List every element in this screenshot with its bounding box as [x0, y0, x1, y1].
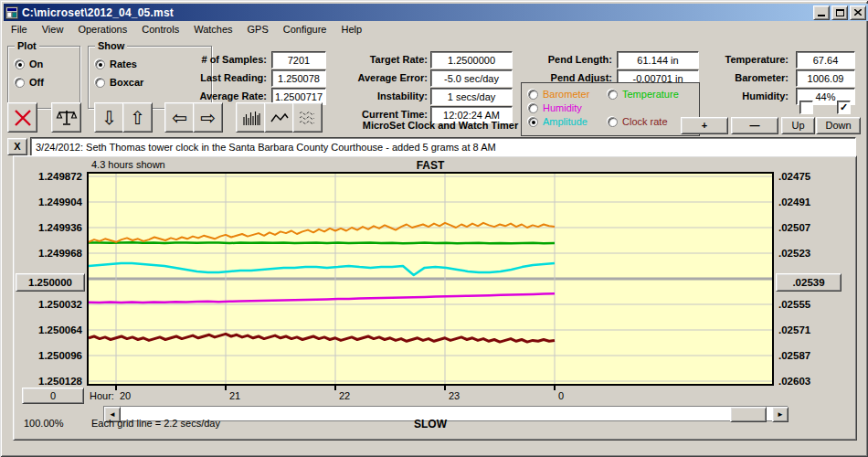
left-axis-label: 1.250096	[5, 349, 82, 362]
right-axis-label: .02523	[778, 247, 852, 260]
series-radio-amplitude[interactable]: Amplitude	[528, 116, 587, 127]
radio-dot[interactable]	[528, 117, 538, 127]
app-title: MicroSet Clock and Watch Timer	[340, 120, 541, 131]
menu-item-view[interactable]: View	[35, 22, 71, 37]
samples-label: # of Samples:	[171, 54, 267, 65]
line-plot-icon	[270, 109, 290, 127]
menu-item-controls[interactable]: Controls	[134, 22, 186, 37]
close-icon[interactable]	[850, 5, 866, 20]
radio-label: Clock rate	[622, 116, 668, 127]
series-radio-temperature[interactable]: Temperature	[608, 89, 679, 100]
minimize-icon[interactable]	[813, 5, 830, 20]
multiline-view-button[interactable]	[292, 102, 323, 133]
note-close-button[interactable]: X	[7, 138, 27, 155]
app-window: C:\microset\2012_04_05.mst FileViewOpera…	[0, 0, 868, 457]
plot-group-legend: Plot	[15, 40, 39, 51]
left-axis-label: 1.249872	[5, 170, 82, 183]
radio-dot[interactable]	[608, 117, 618, 127]
radio-dot[interactable]	[95, 59, 105, 69]
menu-item-file[interactable]: File	[4, 22, 35, 37]
hour-label: 21	[229, 390, 266, 401]
right-axis-label: .02571	[778, 324, 852, 336]
radio-dot[interactable]	[15, 78, 25, 88]
checkbox-2[interactable]: ✓	[837, 101, 851, 114]
menu-item-gps[interactable]: GPS	[240, 22, 276, 37]
hour-tick	[115, 386, 117, 390]
scrollbar-right-arrow-icon[interactable]: ►	[772, 407, 789, 422]
radio-dot[interactable]	[95, 78, 105, 88]
menu-item-help[interactable]: Help	[334, 22, 370, 37]
last-reading-label: Last Reading:	[171, 72, 267, 83]
note-field[interactable]: 3/24/2012: Seth Thomas tower clock in th…	[30, 137, 856, 156]
fast-label: FAST	[87, 159, 774, 172]
samples-field[interactable]: 7201	[271, 51, 326, 69]
title-bar[interactable]: C:\microset\2012_04_05.mst	[4, 4, 868, 21]
radio-label: On	[29, 58, 43, 69]
right-axis-label: .02603	[778, 375, 852, 388]
arrow-right-icon: ⇨	[200, 109, 216, 127]
hour-label: 22	[339, 390, 376, 401]
hour-label: 20	[120, 390, 156, 401]
histogram-view-button[interactable]	[236, 102, 266, 133]
balance-scale-icon	[56, 108, 78, 128]
radio-dot[interactable]	[15, 59, 25, 69]
plus-button[interactable]: +	[681, 117, 728, 134]
radio-show-rates[interactable]: Rates	[95, 58, 137, 69]
show-group-legend: Show	[95, 40, 127, 51]
hour-tick	[444, 386, 446, 390]
shift-up-button[interactable]: ⇧	[122, 102, 153, 133]
series-radio-barometer[interactable]: Barometer	[528, 89, 589, 100]
last-reading-field[interactable]: 1.250078	[271, 69, 326, 87]
series-radio-humidity[interactable]: Humidity	[528, 102, 582, 113]
radio-label: Boxcar	[110, 77, 143, 88]
average-error-label: Average Error:	[329, 72, 428, 83]
origin-button[interactable]: 0	[22, 388, 84, 404]
minus-button[interactable]: —	[731, 117, 778, 134]
temperature-label: Temperature:	[687, 54, 789, 65]
left-axis-label: 1.250032	[5, 298, 82, 311]
down-button[interactable]: Down	[816, 117, 861, 134]
radio-dot[interactable]	[528, 90, 538, 100]
barometer-field[interactable]: 1006.09	[796, 69, 855, 87]
arrow-up-icon: ⇧	[130, 109, 145, 127]
right-axis-center-button[interactable]: .02539	[776, 273, 842, 292]
instability-field[interactable]: 1 secs/day	[430, 88, 513, 105]
temperature-field[interactable]: 67.64	[796, 51, 855, 69]
left-axis-label: 1.249904	[5, 196, 82, 208]
multi-line-icon	[298, 109, 318, 127]
shift-down-button[interactable]: ⇩	[94, 102, 124, 133]
up-button[interactable]: Up	[781, 117, 815, 134]
target-rate-field[interactable]: 1.2500000	[430, 51, 513, 69]
scroll-right-button[interactable]: ⇨	[193, 102, 223, 133]
radio-plot-on[interactable]: On	[15, 58, 43, 69]
radio-dot[interactable]	[528, 103, 538, 113]
radio-show-boxcar[interactable]: Boxcar	[95, 77, 143, 88]
app-icon	[5, 6, 18, 19]
scroll-left-button[interactable]: ⇦	[164, 102, 195, 133]
plot-area	[87, 172, 774, 386]
slow-label: SLOW	[87, 418, 774, 430]
average-error-field[interactable]: -5.0 sec/day	[430, 69, 513, 87]
maximize-icon[interactable]	[831, 5, 848, 20]
series-radio-clock-rate[interactable]: Clock rate	[608, 116, 668, 127]
delete-button[interactable]	[7, 102, 37, 133]
radio-dot[interactable]	[608, 90, 618, 100]
current-time-label: Current Time:	[329, 109, 428, 120]
left-axis-label: 1.250064	[5, 324, 82, 336]
menu-item-configure[interactable]: Configure	[276, 22, 334, 37]
menu-item-operations[interactable]: Operations	[70, 22, 134, 37]
line-view-button[interactable]	[264, 102, 294, 133]
checkbox-1[interactable]	[799, 101, 813, 114]
radio-label: Amplitude	[543, 116, 587, 127]
humidity-label: Humidity:	[687, 90, 789, 101]
instability-label: Instability:	[329, 90, 428, 101]
left-axis-label: 1.249936	[5, 221, 82, 234]
right-axis-label: .02491	[778, 196, 852, 208]
balance-button[interactable]	[51, 102, 81, 133]
radio-plot-off[interactable]: Off	[15, 77, 44, 88]
right-axis-label: .02507	[778, 221, 852, 234]
menu-item-watches[interactable]: Watches	[186, 22, 239, 37]
barometer-label: Barometer:	[687, 72, 789, 83]
zoom-percent-label: 100.00%	[24, 418, 63, 429]
left-axis-center-button[interactable]: 1.250000	[16, 273, 85, 292]
